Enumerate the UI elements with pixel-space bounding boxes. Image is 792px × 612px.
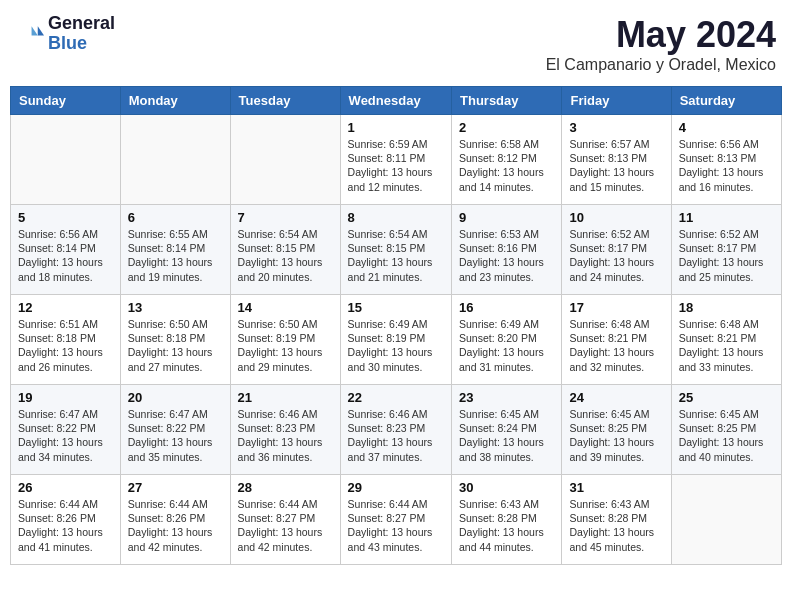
cell-daylight-info: Sunrise: 6:43 AM Sunset: 8:28 PM Dayligh…	[569, 497, 663, 554]
cell-day-number: 28	[238, 480, 333, 495]
cell-day-number: 21	[238, 390, 333, 405]
calendar-cell: 22Sunrise: 6:46 AM Sunset: 8:23 PM Dayli…	[340, 385, 451, 475]
cell-daylight-info: Sunrise: 6:45 AM Sunset: 8:25 PM Dayligh…	[569, 407, 663, 464]
weekday-header-thursday: Thursday	[452, 87, 562, 115]
cell-daylight-info: Sunrise: 6:52 AM Sunset: 8:17 PM Dayligh…	[569, 227, 663, 284]
cell-day-number: 29	[348, 480, 444, 495]
calendar-cell: 2Sunrise: 6:58 AM Sunset: 8:12 PM Daylig…	[452, 115, 562, 205]
calendar-table: SundayMondayTuesdayWednesdayThursdayFrid…	[10, 86, 782, 565]
calendar-week-row: 26Sunrise: 6:44 AM Sunset: 8:26 PM Dayli…	[11, 475, 782, 565]
calendar-cell: 5Sunrise: 6:56 AM Sunset: 8:14 PM Daylig…	[11, 205, 121, 295]
cell-day-number: 13	[128, 300, 223, 315]
cell-daylight-info: Sunrise: 6:47 AM Sunset: 8:22 PM Dayligh…	[18, 407, 113, 464]
weekday-header-monday: Monday	[120, 87, 230, 115]
cell-daylight-info: Sunrise: 6:58 AM Sunset: 8:12 PM Dayligh…	[459, 137, 554, 194]
cell-day-number: 3	[569, 120, 663, 135]
cell-daylight-info: Sunrise: 6:57 AM Sunset: 8:13 PM Dayligh…	[569, 137, 663, 194]
cell-day-number: 8	[348, 210, 444, 225]
logo-blue-text: Blue	[48, 34, 115, 54]
cell-day-number: 11	[679, 210, 774, 225]
calendar-cell: 8Sunrise: 6:54 AM Sunset: 8:15 PM Daylig…	[340, 205, 451, 295]
cell-day-number: 22	[348, 390, 444, 405]
cell-daylight-info: Sunrise: 6:47 AM Sunset: 8:22 PM Dayligh…	[128, 407, 223, 464]
calendar-cell: 17Sunrise: 6:48 AM Sunset: 8:21 PM Dayli…	[562, 295, 671, 385]
calendar-cell: 4Sunrise: 6:56 AM Sunset: 8:13 PM Daylig…	[671, 115, 781, 205]
calendar-week-row: 12Sunrise: 6:51 AM Sunset: 8:18 PM Dayli…	[11, 295, 782, 385]
cell-day-number: 5	[18, 210, 113, 225]
cell-daylight-info: Sunrise: 6:50 AM Sunset: 8:18 PM Dayligh…	[128, 317, 223, 374]
cell-daylight-info: Sunrise: 6:44 AM Sunset: 8:26 PM Dayligh…	[18, 497, 113, 554]
weekday-header-row: SundayMondayTuesdayWednesdayThursdayFrid…	[11, 87, 782, 115]
cell-day-number: 2	[459, 120, 554, 135]
cell-daylight-info: Sunrise: 6:49 AM Sunset: 8:20 PM Dayligh…	[459, 317, 554, 374]
cell-day-number: 16	[459, 300, 554, 315]
calendar-cell	[230, 115, 340, 205]
cell-day-number: 9	[459, 210, 554, 225]
logo-general-text: General	[48, 14, 115, 34]
cell-day-number: 1	[348, 120, 444, 135]
calendar-week-row: 5Sunrise: 6:56 AM Sunset: 8:14 PM Daylig…	[11, 205, 782, 295]
calendar-cell: 24Sunrise: 6:45 AM Sunset: 8:25 PM Dayli…	[562, 385, 671, 475]
cell-daylight-info: Sunrise: 6:44 AM Sunset: 8:27 PM Dayligh…	[238, 497, 333, 554]
calendar-cell: 20Sunrise: 6:47 AM Sunset: 8:22 PM Dayli…	[120, 385, 230, 475]
month-title: May 2024	[546, 14, 776, 56]
calendar-cell: 26Sunrise: 6:44 AM Sunset: 8:26 PM Dayli…	[11, 475, 121, 565]
weekday-header-sunday: Sunday	[11, 87, 121, 115]
cell-daylight-info: Sunrise: 6:52 AM Sunset: 8:17 PM Dayligh…	[679, 227, 774, 284]
cell-day-number: 31	[569, 480, 663, 495]
cell-day-number: 20	[128, 390, 223, 405]
cell-daylight-info: Sunrise: 6:56 AM Sunset: 8:13 PM Dayligh…	[679, 137, 774, 194]
cell-daylight-info: Sunrise: 6:46 AM Sunset: 8:23 PM Dayligh…	[238, 407, 333, 464]
cell-day-number: 19	[18, 390, 113, 405]
calendar-cell: 14Sunrise: 6:50 AM Sunset: 8:19 PM Dayli…	[230, 295, 340, 385]
cell-daylight-info: Sunrise: 6:53 AM Sunset: 8:16 PM Dayligh…	[459, 227, 554, 284]
cell-day-number: 17	[569, 300, 663, 315]
calendar-cell: 21Sunrise: 6:46 AM Sunset: 8:23 PM Dayli…	[230, 385, 340, 475]
calendar-cell: 3Sunrise: 6:57 AM Sunset: 8:13 PM Daylig…	[562, 115, 671, 205]
cell-daylight-info: Sunrise: 6:56 AM Sunset: 8:14 PM Dayligh…	[18, 227, 113, 284]
cell-day-number: 25	[679, 390, 774, 405]
cell-day-number: 30	[459, 480, 554, 495]
cell-daylight-info: Sunrise: 6:46 AM Sunset: 8:23 PM Dayligh…	[348, 407, 444, 464]
calendar-cell	[11, 115, 121, 205]
cell-daylight-info: Sunrise: 6:48 AM Sunset: 8:21 PM Dayligh…	[569, 317, 663, 374]
calendar-cell: 29Sunrise: 6:44 AM Sunset: 8:27 PM Dayli…	[340, 475, 451, 565]
cell-daylight-info: Sunrise: 6:51 AM Sunset: 8:18 PM Dayligh…	[18, 317, 113, 374]
calendar-cell: 1Sunrise: 6:59 AM Sunset: 8:11 PM Daylig…	[340, 115, 451, 205]
cell-daylight-info: Sunrise: 6:43 AM Sunset: 8:28 PM Dayligh…	[459, 497, 554, 554]
cell-daylight-info: Sunrise: 6:54 AM Sunset: 8:15 PM Dayligh…	[348, 227, 444, 284]
cell-daylight-info: Sunrise: 6:45 AM Sunset: 8:24 PM Dayligh…	[459, 407, 554, 464]
calendar-cell: 28Sunrise: 6:44 AM Sunset: 8:27 PM Dayli…	[230, 475, 340, 565]
calendar-cell: 16Sunrise: 6:49 AM Sunset: 8:20 PM Dayli…	[452, 295, 562, 385]
cell-day-number: 7	[238, 210, 333, 225]
calendar-cell	[671, 475, 781, 565]
cell-daylight-info: Sunrise: 6:50 AM Sunset: 8:19 PM Dayligh…	[238, 317, 333, 374]
cell-daylight-info: Sunrise: 6:44 AM Sunset: 8:27 PM Dayligh…	[348, 497, 444, 554]
cell-daylight-info: Sunrise: 6:54 AM Sunset: 8:15 PM Dayligh…	[238, 227, 333, 284]
calendar-cell	[120, 115, 230, 205]
calendar-cell: 10Sunrise: 6:52 AM Sunset: 8:17 PM Dayli…	[562, 205, 671, 295]
calendar-week-row: 1Sunrise: 6:59 AM Sunset: 8:11 PM Daylig…	[11, 115, 782, 205]
cell-day-number: 15	[348, 300, 444, 315]
calendar-cell: 25Sunrise: 6:45 AM Sunset: 8:25 PM Dayli…	[671, 385, 781, 475]
weekday-header-friday: Friday	[562, 87, 671, 115]
calendar-cell: 15Sunrise: 6:49 AM Sunset: 8:19 PM Dayli…	[340, 295, 451, 385]
calendar-header: SundayMondayTuesdayWednesdayThursdayFrid…	[11, 87, 782, 115]
calendar-cell: 19Sunrise: 6:47 AM Sunset: 8:22 PM Dayli…	[11, 385, 121, 475]
svg-marker-1	[32, 26, 38, 35]
logo-text: General Blue	[48, 14, 115, 54]
cell-day-number: 23	[459, 390, 554, 405]
cell-day-number: 24	[569, 390, 663, 405]
cell-day-number: 6	[128, 210, 223, 225]
cell-daylight-info: Sunrise: 6:45 AM Sunset: 8:25 PM Dayligh…	[679, 407, 774, 464]
title-section: May 2024 El Campanario y Oradel, Mexico	[546, 14, 776, 74]
calendar-cell: 7Sunrise: 6:54 AM Sunset: 8:15 PM Daylig…	[230, 205, 340, 295]
header: General Blue May 2024 El Campanario y Or…	[10, 10, 782, 78]
cell-day-number: 10	[569, 210, 663, 225]
cell-daylight-info: Sunrise: 6:49 AM Sunset: 8:19 PM Dayligh…	[348, 317, 444, 374]
svg-marker-0	[38, 26, 44, 35]
cell-day-number: 18	[679, 300, 774, 315]
calendar-cell: 18Sunrise: 6:48 AM Sunset: 8:21 PM Dayli…	[671, 295, 781, 385]
cell-day-number: 4	[679, 120, 774, 135]
location-title: El Campanario y Oradel, Mexico	[546, 56, 776, 74]
